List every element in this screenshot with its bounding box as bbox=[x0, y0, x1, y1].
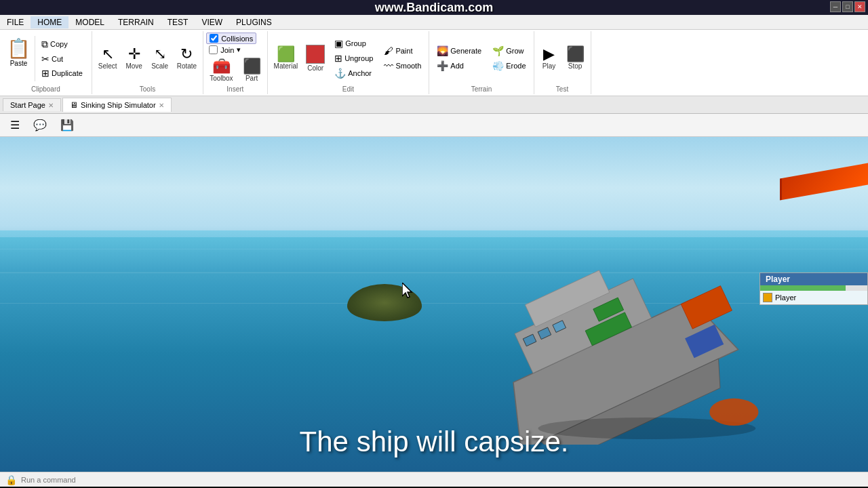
save-button2[interactable]: 💾 bbox=[56, 117, 79, 134]
color-label: Color bbox=[307, 64, 323, 72]
paste-icon: 📋 bbox=[7, 37, 31, 60]
cursor bbox=[402, 283, 414, 299]
player-progress-bar bbox=[760, 285, 846, 291]
paint-button[interactable]: 🖌 Paint bbox=[380, 44, 425, 58]
edit-items: 🟩 Material Color ▣ Group ⊞ Ungroup bbox=[271, 33, 427, 84]
move-icon: ✛ bbox=[128, 47, 140, 62]
tab-start-page[interactable]: Start Page ✕ bbox=[3, 98, 61, 111]
command-input[interactable] bbox=[21, 476, 224, 484]
clipboard-items: 📋 Paste ⧉ Copy ✂ Cut ⊞ bbox=[3, 33, 89, 84]
anchor-label: Anchor bbox=[348, 69, 372, 77]
toolbox-label: Toolbox bbox=[210, 75, 233, 82]
tab-sinking-ship[interactable]: 🖥 Sinking Ship Simulator ✕ bbox=[62, 98, 172, 112]
menu-hamburger-button[interactable]: ☰ bbox=[5, 117, 24, 134]
player-progress-bar-bg bbox=[760, 285, 867, 291]
stop-button[interactable]: ⬛ Stop bbox=[563, 45, 588, 72]
player-name: Player bbox=[775, 293, 796, 302]
anchor-button[interactable]: ⚓ Anchor bbox=[331, 66, 376, 80]
join-check[interactable] bbox=[209, 45, 218, 54]
menubar: FILE HOME MODEL TERRAIN TEST VIEW PLUGIN… bbox=[0, 15, 868, 30]
select-button[interactable]: ↖ Select bbox=[95, 45, 121, 72]
tools-items: ↖ Select ✛ Move ⤡ Scale ↻ Rotate bbox=[95, 33, 200, 84]
anchor-icon: ⚓ bbox=[334, 68, 346, 79]
menu-terrain[interactable]: TERRAIN bbox=[111, 16, 161, 28]
color-button[interactable]: Color bbox=[302, 43, 328, 74]
edit-label: Edit bbox=[342, 85, 354, 93]
group-icon: ▣ bbox=[334, 38, 343, 49]
command-bar[interactable]: 🔒 bbox=[0, 472, 868, 487]
copy-icon: ⧉ bbox=[41, 39, 48, 50]
ribbon-content: 📋 Paste ⧉ Copy ✂ Cut ⊞ bbox=[0, 30, 868, 96]
close-button[interactable]: ✕ bbox=[854, 1, 865, 12]
join-button[interactable]: Join ▾ bbox=[206, 45, 243, 55]
smooth-button[interactable]: 〰 Smooth bbox=[380, 59, 425, 73]
ungroup-label: Ungroup bbox=[344, 54, 373, 62]
window-controls[interactable]: ─ □ ✕ bbox=[830, 1, 865, 12]
menu-view[interactable]: VIEW bbox=[195, 16, 229, 28]
tab-ship-icon: 🖥 bbox=[70, 100, 78, 110]
viewport[interactable]: The ship will capsize. Player Player bbox=[0, 137, 868, 472]
duplicate-icon: ⊞ bbox=[41, 68, 50, 79]
rotate-icon: ↻ bbox=[180, 47, 193, 62]
clipboard-label: Clipboard bbox=[31, 85, 60, 93]
menu-test[interactable]: TEST bbox=[161, 16, 195, 28]
player-panel: Player Player bbox=[760, 272, 868, 305]
erode-button[interactable]: 💨 Erode bbox=[489, 59, 529, 73]
tools-label: Tools bbox=[140, 85, 155, 93]
generate-label: Generate bbox=[450, 47, 481, 55]
add-terrain-button[interactable]: ➕ Add bbox=[433, 59, 485, 73]
menu-file[interactable]: FILE bbox=[0, 16, 31, 28]
maximize-button[interactable]: □ bbox=[842, 1, 853, 12]
menu-plugins[interactable]: PLUGINS bbox=[229, 16, 279, 28]
collisions-checkbox[interactable]: Collisions bbox=[206, 33, 256, 44]
erode-icon: 💨 bbox=[492, 60, 504, 71]
tab-start-close[interactable]: ✕ bbox=[48, 102, 54, 109]
duplicate-button[interactable]: ⊞ Duplicate bbox=[38, 66, 86, 80]
play-button[interactable]: ▶ Play bbox=[537, 45, 561, 72]
generate-button[interactable]: 🌄 Generate bbox=[433, 44, 485, 58]
player-item: Player bbox=[763, 292, 865, 303]
material-label: Material bbox=[274, 62, 298, 70]
scale-icon: ⤡ bbox=[154, 47, 166, 62]
titlebar: www.Bandicam.com ─ □ ✕ bbox=[0, 0, 868, 15]
erode-label: Erode bbox=[506, 62, 526, 70]
paste-button[interactable]: 📋 Paste bbox=[3, 36, 35, 81]
minimize-button[interactable]: ─ bbox=[830, 1, 841, 12]
player-header: Player bbox=[760, 273, 867, 285]
part-button[interactable]: ⬛ Part bbox=[239, 57, 264, 84]
ungroup-icon: ⊞ bbox=[334, 53, 342, 64]
select-label: Select bbox=[98, 62, 117, 70]
add-terrain-icon: ➕ bbox=[437, 60, 448, 71]
svg-point-12 bbox=[709, 399, 758, 426]
cut-button[interactable]: ✂ Cut bbox=[38, 52, 86, 66]
scale-label: Scale bbox=[151, 62, 168, 70]
toolbox-icon: 🧰 bbox=[212, 59, 231, 74]
scale-button[interactable]: ⤡ Scale bbox=[148, 45, 172, 72]
rotate-button[interactable]: ↻ Rotate bbox=[174, 45, 200, 72]
generate-icon: 🌄 bbox=[437, 45, 448, 56]
toolbox-button[interactable]: 🧰 Toolbox bbox=[206, 57, 236, 84]
rotate-label: Rotate bbox=[177, 62, 197, 70]
lock-icon: 🔒 bbox=[5, 474, 17, 485]
watermark-text: www.Bandicam.com bbox=[375, 1, 493, 15]
join-dropdown-icon[interactable]: ▾ bbox=[237, 45, 241, 54]
chat-button[interactable]: 💬 bbox=[28, 117, 52, 134]
duplicate-label: Duplicate bbox=[52, 69, 83, 77]
tab-ship-close[interactable]: ✕ bbox=[159, 102, 164, 109]
edit-group: 🟩 Material Color ▣ Group ⊞ Ungroup bbox=[268, 31, 430, 94]
menu-home[interactable]: HOME bbox=[31, 16, 68, 28]
ungroup-button[interactable]: ⊞ Ungroup bbox=[331, 52, 376, 65]
player-avatar bbox=[763, 293, 772, 302]
group-label: Group bbox=[345, 39, 366, 47]
copy-button[interactable]: ⧉ Copy bbox=[38, 37, 86, 52]
collisions-check[interactable] bbox=[210, 34, 218, 43]
grow-button[interactable]: 🌱 Grow bbox=[489, 44, 529, 58]
test-label: Test bbox=[556, 85, 568, 93]
move-button[interactable]: ✛ Move bbox=[122, 45, 146, 72]
tools-group: ↖ Select ✛ Move ⤡ Scale ↻ Rotate Tools bbox=[92, 31, 203, 94]
ship-svg bbox=[399, 227, 851, 445]
group-button[interactable]: ▣ Group bbox=[331, 37, 376, 50]
paste-label: Paste bbox=[10, 60, 28, 67]
material-button[interactable]: 🟩 Material bbox=[271, 45, 302, 72]
menu-model[interactable]: MODEL bbox=[68, 16, 111, 28]
